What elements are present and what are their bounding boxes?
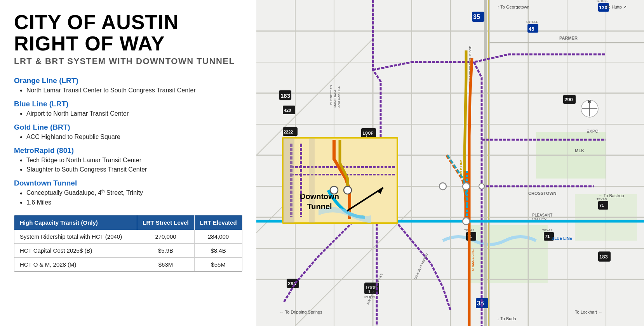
svg-text:TEXAS: TEXAS xyxy=(542,229,552,232)
svg-text:N: N xyxy=(588,99,591,104)
map-panel: PARMER CROSSTOWN MLK EXPO PLEASANT VALLE… xyxy=(256,0,644,326)
bullet-item: 1.6 Miles xyxy=(26,198,242,207)
svg-text:AND OAK HILL: AND OAK HILL xyxy=(337,86,341,108)
svg-text:EXPO: EXPO xyxy=(587,129,599,134)
svg-text:PLEASANT: PLEASANT xyxy=(532,213,552,217)
map-svg: PARMER CROSSTOWN MLK EXPO PLEASANT VALLE… xyxy=(256,0,644,326)
gold-line-bullets: ACC Highland to Republic Square xyxy=(14,132,242,142)
svg-point-89 xyxy=(463,183,470,190)
metrorapid-bullets: Tech Ridge to North Lamar Transit Center… xyxy=(14,156,242,174)
downtown-tunnel-bullets: Conceptually Guadalupe, 4th Street, Trin… xyxy=(14,188,242,207)
svg-point-92 xyxy=(479,184,484,189)
svg-text:1: 1 xyxy=(368,289,371,294)
table-row: HCT Capital Cost 2025$ (B) $5.9B $8.4B xyxy=(14,243,242,257)
table-cell: $8.4B xyxy=(195,243,242,257)
subtitle: LRT & BRT SYSTEM WITH DOWNTOWN TUNNEL xyxy=(14,56,242,66)
svg-text:← To Dripping Springs: ← To Dripping Springs xyxy=(280,310,322,314)
main-title: CITY OF AUSTIN RIGHT OF WAY xyxy=(14,12,242,54)
svg-text:290: 290 xyxy=(564,97,573,102)
svg-text:↓ To Buda: ↓ To Buda xyxy=(497,316,517,321)
svg-text:MANCHACA: MANCHACA xyxy=(333,90,337,108)
svg-text:45: 45 xyxy=(529,26,534,32)
gold-line-label: Gold Line (BRT) xyxy=(14,123,242,132)
svg-text:SuTOLL: SuTOLL xyxy=(526,20,538,24)
downtown-tunnel-label: Downtown Tunnel xyxy=(14,179,242,187)
svg-text:BURNETT TO: BURNETT TO xyxy=(329,85,333,105)
bullet-item: Slaughter to South Congress Transit Cent… xyxy=(26,165,242,174)
table-cell: 270,000 xyxy=(137,230,194,244)
svg-text:BLUE LINE: BLUE LINE xyxy=(552,236,572,241)
table-cell: $5.9B xyxy=(137,243,194,257)
table-cell: $63M xyxy=(137,257,194,271)
svg-text:ORANGE LINE: ORANGE LINE xyxy=(471,249,475,271)
table-row: System Ridership total with HCT (2040) 2… xyxy=(14,230,242,244)
bullet-item: ACC Highland to Republic Square xyxy=(26,132,242,142)
svg-rect-104 xyxy=(283,138,294,223)
table-cell: System Ridership total with HCT (2040) xyxy=(14,230,137,244)
tunnel-arrow xyxy=(340,182,390,213)
svg-text:183: 183 xyxy=(280,92,290,99)
blue-line-label: Blue Line (LRT) xyxy=(14,100,242,108)
table-cell: HCT Capital Cost 2025$ (B) xyxy=(14,243,137,257)
svg-text:PARMER: PARMER xyxy=(559,36,578,40)
table-header-col3: LRT Elevated xyxy=(195,215,242,230)
svg-text:35: 35 xyxy=(473,14,480,20)
svg-text:TEXAS: TEXAS xyxy=(597,198,607,201)
svg-text:GOLD LINE: GOLD LINE xyxy=(460,160,463,177)
svg-text:183: 183 xyxy=(599,254,608,260)
svg-text:MLK: MLK xyxy=(575,148,584,153)
svg-text:71: 71 xyxy=(545,234,550,239)
svg-text:To Lockhart →: To Lockhart → xyxy=(575,310,602,314)
table-header-col2: LRT Street Level xyxy=(137,215,194,230)
svg-point-91 xyxy=(463,218,470,225)
svg-text:CROSSTOWN: CROSSTOWN xyxy=(528,191,557,196)
orange-line-bullets: North Lamar Transit Center to South Cong… xyxy=(14,86,242,95)
svg-text:71: 71 xyxy=(599,203,604,208)
svg-text:420: 420 xyxy=(284,108,291,113)
table-cell: HCT O & M, 2028 (M) xyxy=(14,257,137,271)
svg-text:LOOP: LOOP xyxy=(363,131,374,135)
svg-point-90 xyxy=(439,183,446,190)
table-header-col1: High Capacity Transit (Only) xyxy=(14,215,137,230)
bullet-item: Conceptually Guadalupe, 4th Street, Trin… xyxy=(26,188,242,198)
tunnel-label: Downtown Tunnel xyxy=(300,191,339,212)
table-cell: 284,000 xyxy=(195,230,242,244)
svg-text:35: 35 xyxy=(477,300,484,307)
blue-line-bullets: Airport to North Lamar Transit Center xyxy=(14,109,242,118)
orange-line-label: Orange Line (LRT) xyxy=(14,76,242,85)
left-panel: CITY OF AUSTIN RIGHT OF WAY LRT & BRT SY… xyxy=(0,0,256,326)
svg-line-106 xyxy=(347,187,383,211)
bullet-item: Tech Ridge to North Lamar Transit Center xyxy=(26,156,242,165)
table-cell: $55M xyxy=(195,257,242,271)
svg-text:↑ To Georgetown: ↑ To Georgetown xyxy=(497,5,529,9)
data-table: High Capacity Transit (Only) LRT Street … xyxy=(14,215,242,272)
svg-text:To Hutto ↗: To Hutto ↗ xyxy=(606,5,627,9)
svg-text:2222: 2222 xyxy=(284,130,293,134)
bullet-item: North Lamar Transit Center to South Cong… xyxy=(26,86,242,95)
svg-text:SuTOLL: SuTOLL xyxy=(597,0,608,3)
table-row: HCT O & M, 2028 (M) $63M $55M xyxy=(14,257,242,271)
bullet-item: Airport to North Lamar Transit Center xyxy=(26,109,242,118)
metrorapid-label: MetroRapid (801) xyxy=(14,146,242,155)
